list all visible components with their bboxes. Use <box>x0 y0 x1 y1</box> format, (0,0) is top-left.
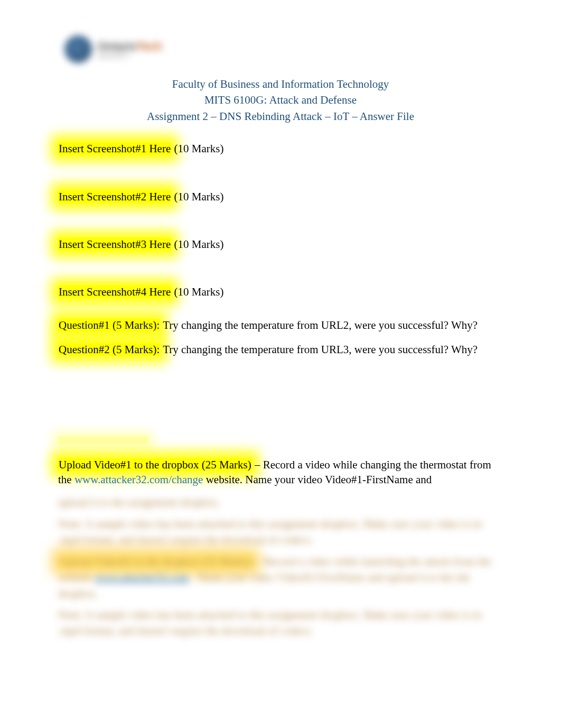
screenshot-4-label: Insert Screenshot#4 Here <box>58 285 171 298</box>
attacker-link[interactable]: www.attacker32.com/change <box>74 473 203 486</box>
screenshot-slot-3: Insert Screenshot#3 Here (10 Marks) <box>58 237 503 252</box>
header-faculty: Faculty of Business and Information Tech… <box>58 76 503 92</box>
blurred-line-1: upload it to the assignment dropbox. <box>58 494 503 510</box>
question-2-text: Try changing the temperature from URL3, … <box>160 343 478 356</box>
screenshot-1-label: Insert Screenshot#1 Here <box>58 142 171 155</box>
blurred-upload-2: Upload Video#2 to the dropbox (25 Marks)… <box>58 554 503 602</box>
header-course: MITS 6100G: Attack and Defense <box>58 92 503 108</box>
upload-1-post: website. Name your video Video#1-FirstNa… <box>203 473 432 486</box>
blurred-note-1: Note: A sample video has been attached t… <box>58 516 503 548</box>
question-1-text: Try changing the temperature from URL2, … <box>160 319 478 331</box>
question-2: Question#2 (5 Marks): Try changing the t… <box>58 342 503 357</box>
screenshot-2-label: Insert Screenshot#2 Here <box>58 190 171 203</box>
attacker-link-2[interactable]: www.attacker32.com <box>95 571 189 584</box>
question-2-label: Question#2 (5 Marks): <box>58 343 160 356</box>
question-1-label: Question#1 (5 Marks): <box>58 319 160 331</box>
logo-container: OntarioTech UNIVERSITY <box>58 32 503 67</box>
logo-name-part2: Tech <box>137 40 162 53</box>
upload-video-1: Upload Video#1 to the dropbox (25 Marks)… <box>58 457 503 487</box>
faint-highlight-bar <box>58 436 148 444</box>
document-header: Faculty of Business and Information Tech… <box>58 76 503 124</box>
screenshot-slot-1: Insert Screenshot#1 Here (10 Marks) <box>58 141 503 156</box>
institution-logo: OntarioTech UNIVERSITY <box>64 32 186 67</box>
screenshot-slot-2: Insert Screenshot#2 Here (10 Marks) <box>58 189 503 204</box>
document-body: Insert Screenshot#1 Here (10 Marks) Inse… <box>58 141 503 639</box>
screenshot-3-marks: (10 Marks) <box>171 238 223 251</box>
screenshot-2-marks: (10 Marks) <box>171 190 223 203</box>
upload-2-label: Upload Video#2 to the dropbox (25 Marks) <box>58 555 253 568</box>
logo-text: OntarioTech UNIVERSITY <box>97 40 162 59</box>
logo-tagline: UNIVERSITY <box>97 53 162 59</box>
screenshot-slot-4: Insert Screenshot#4 Here (10 Marks) <box>58 284 503 299</box>
blurred-note-2: Note: A sample video has been attached t… <box>58 607 503 639</box>
header-assignment: Assignment 2 – DNS Rebinding Attack – Io… <box>58 108 503 124</box>
upload-1-label: Upload Video#1 to the dropbox (25 Marks) <box>58 458 252 471</box>
logo-mark-icon <box>64 35 92 63</box>
screenshot-3-label: Insert Screenshot#3 Here <box>58 238 171 251</box>
screenshot-4-marks: (10 Marks) <box>171 285 223 298</box>
document-page: OntarioTech UNIVERSITY Faculty of Busine… <box>0 0 561 728</box>
screenshot-1-marks: (10 Marks) <box>171 142 223 155</box>
question-1: Question#1 (5 Marks): Try changing the t… <box>58 318 503 333</box>
logo-name-part1: Ontario <box>97 40 137 53</box>
blurred-content: upload it to the assignment dropbox. Not… <box>58 494 503 639</box>
